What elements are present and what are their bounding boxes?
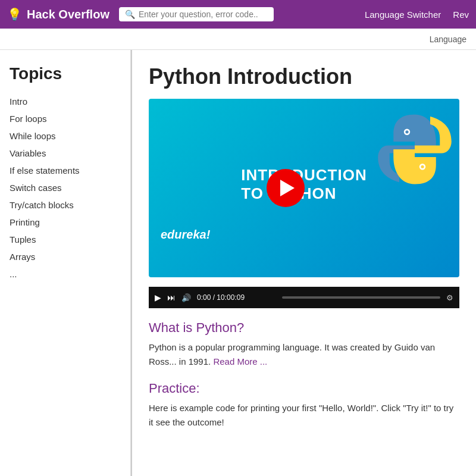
video-controls: ▶ ⏭ 🔊 0:00 / 10:00:09 ⚙ xyxy=(149,287,459,308)
svg-point-1 xyxy=(405,130,408,133)
read-more-link[interactable]: Read More ... xyxy=(213,356,267,367)
play-button[interactable] xyxy=(267,169,305,207)
python-logo xyxy=(376,111,453,188)
sidebar-item-variables[interactable]: Variables xyxy=(10,145,121,162)
search-icon: 🔍 xyxy=(125,10,135,19)
sidebar-item-try-catch[interactable]: Try/catch blocks xyxy=(10,196,121,214)
practice-heading: Practice: xyxy=(149,381,459,396)
logo-text: Hack Overflow xyxy=(27,8,109,21)
what-is-python-section: What is Python? Python is a popular prog… xyxy=(149,320,459,369)
progress-bar[interactable] xyxy=(282,296,440,299)
sidebar-item-while-loops[interactable]: While loops xyxy=(10,127,121,145)
sidebar-item-printing[interactable]: Printing xyxy=(10,214,121,231)
time-display: 0:00 / 10:00:09 xyxy=(197,293,276,302)
sidebar-item-for-loops[interactable]: For loops xyxy=(10,110,121,127)
app-header: 💡 Hack Overflow 🔍 Language Switcher Rev xyxy=(0,0,476,29)
practice-text: Here is example code for printing your f… xyxy=(149,401,459,430)
sidebar-item-switch-cases[interactable]: Switch cases xyxy=(10,179,121,196)
nav-language-switcher[interactable]: Language Switcher xyxy=(365,10,441,20)
sub-header-label: Language xyxy=(430,35,466,44)
sidebar-item-tuples[interactable]: Tuples xyxy=(10,231,121,248)
search-bar: 🔍 xyxy=(119,7,274,21)
sidebar-item-more[interactable]: ... xyxy=(10,265,121,283)
settings-icon[interactable]: ⚙ xyxy=(446,293,453,302)
bulb-icon: 💡 xyxy=(7,7,22,21)
page-title: Python Introduction xyxy=(149,64,459,89)
main-layout: Topics Intro For loops While loops Varia… xyxy=(0,50,476,476)
practice-section: Practice: Here is example code for print… xyxy=(149,381,459,430)
sidebar: Topics Intro For loops While loops Varia… xyxy=(0,50,131,476)
content-area: Python Introduction INTRODUCTION TO PYTH… xyxy=(131,50,476,476)
sidebar-item-if-else[interactable]: If else statements xyxy=(10,162,121,179)
next-ctrl-button[interactable]: ⏭ xyxy=(167,293,176,302)
nav-rev[interactable]: Rev xyxy=(453,10,469,20)
nav-links: Language Switcher Rev xyxy=(365,10,469,20)
svg-point-3 xyxy=(421,165,424,168)
edureka-label: edureka! xyxy=(161,228,210,242)
logo: 💡 Hack Overflow xyxy=(7,7,109,21)
sidebar-item-intro[interactable]: Intro xyxy=(10,93,121,110)
sidebar-title: Topics xyxy=(10,64,121,83)
volume-icon[interactable]: 🔊 xyxy=(181,293,191,302)
video-thumbnail[interactable]: INTRODUCTION TO PYTHON edureka! xyxy=(149,99,459,277)
what-heading: What is Python? xyxy=(149,320,459,336)
sub-header: Language xyxy=(0,29,476,50)
play-ctrl-button[interactable]: ▶ xyxy=(155,293,161,302)
what-text: Python is a popular programming language… xyxy=(149,340,459,369)
search-input[interactable] xyxy=(139,10,258,19)
sidebar-item-arrays[interactable]: Arrays xyxy=(10,248,121,265)
